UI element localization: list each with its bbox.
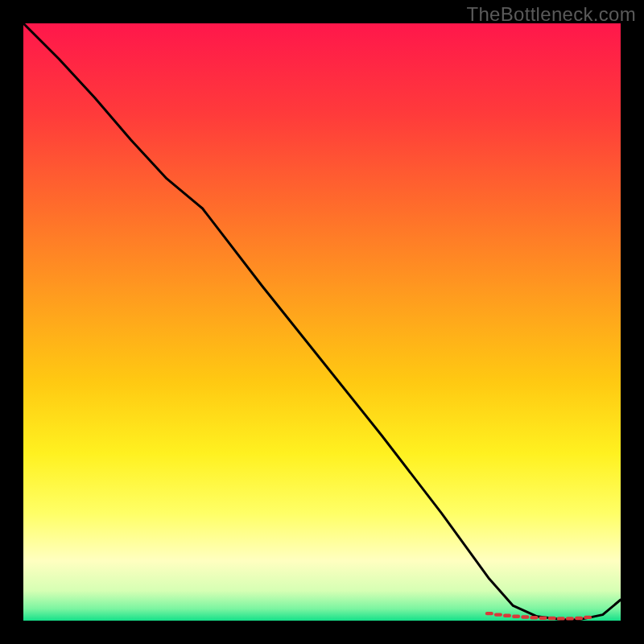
marker-dot [566, 617, 574, 620]
marker-dot [548, 617, 556, 620]
marker-dot [503, 614, 511, 617]
marker-dot [584, 616, 592, 619]
marker-dot [512, 615, 520, 618]
marker-dot [557, 617, 565, 620]
marker-dot [485, 612, 493, 615]
marker-dot [575, 617, 583, 620]
marker-dot [530, 616, 538, 619]
chart-frame: TheBottleneck.com [0, 0, 644, 644]
marker-dot [539, 617, 547, 620]
plot-area [23, 23, 621, 621]
marker-dot [521, 615, 529, 618]
watermark-text: TheBottleneck.com [466, 3, 636, 26]
marker-dot [494, 613, 502, 616]
bottleneck-chart [0, 0, 644, 644]
